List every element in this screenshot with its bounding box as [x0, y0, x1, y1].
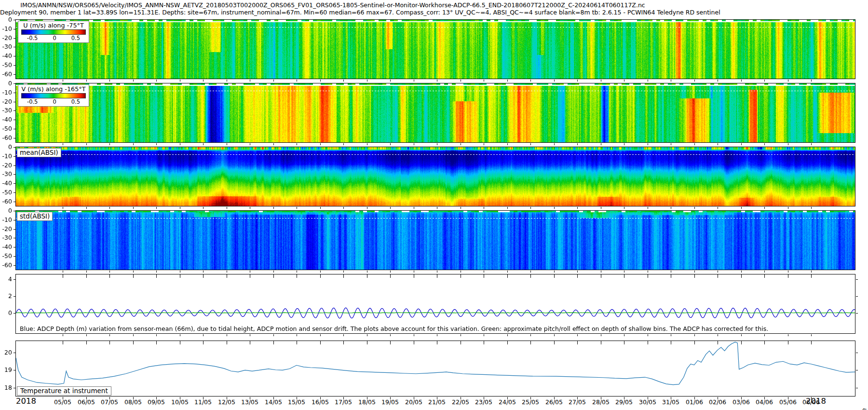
- y-tick-label: 4: [0, 276, 12, 283]
- tick-mark: [390, 397, 391, 399]
- colorbar-tick-label: 0.5: [71, 35, 80, 41]
- tick-mark: [671, 207, 671, 209]
- u-velocity-colorbar-labels: -0.5 0 0.5: [20, 35, 87, 41]
- y-tick-label: 0: [0, 207, 12, 214]
- y-tick-label: -40: [0, 180, 12, 187]
- tick-mark: [648, 397, 648, 399]
- tick-mark: [577, 80, 578, 82]
- tick-mark: [437, 271, 437, 273]
- tick-mark: [273, 207, 274, 209]
- tick-mark: [694, 271, 695, 273]
- tick-mark: [461, 334, 461, 336]
- tick-mark: [694, 334, 695, 336]
- copyright-vertical-text: © IMOS 21-Dec-2024 06:46:17 Hobart time: [860, 408, 868, 410]
- y-tick-label: -20: [0, 98, 12, 105]
- tick-mark: [133, 271, 134, 273]
- tick-mark: [461, 80, 461, 82]
- u-velocity-legend: U (m/s) along -75°T -0.5 0 0.5: [18, 21, 89, 43]
- tick-mark: [14, 313, 15, 314]
- tick-mark: [133, 397, 134, 399]
- y-tick-label: -10: [0, 26, 12, 32]
- tick-mark: [530, 271, 531, 273]
- v-velocity-legend-title: V (m/s) along -165°T: [20, 85, 87, 93]
- tick-mark: [14, 147, 15, 148]
- tick-mark: [109, 397, 110, 399]
- tick-mark: [788, 397, 788, 399]
- tick-mark: [320, 271, 321, 273]
- tick-mark: [156, 207, 157, 209]
- tick-mark: [14, 93, 15, 93]
- tick-mark: [250, 271, 250, 273]
- tick-mark: [180, 397, 180, 399]
- tick-mark: [156, 271, 157, 273]
- y-tick-label: -10: [0, 217, 12, 223]
- tick-mark: [414, 80, 414, 82]
- tick-mark: [273, 80, 274, 82]
- colorbar-tick-label: 0: [53, 99, 56, 105]
- tick-mark: [180, 80, 180, 82]
- tick-mark: [156, 143, 157, 145]
- mean-absi-heatmap: [16, 147, 855, 206]
- tick-mark: [507, 143, 508, 145]
- tick-mark: [390, 207, 391, 209]
- tick-mark: [484, 397, 484, 399]
- tick-mark: [14, 129, 15, 129]
- tick-mark: [856, 313, 858, 314]
- tick-mark: [14, 29, 15, 29]
- y-tick-label: -10: [0, 153, 12, 160]
- tick-mark: [530, 143, 531, 145]
- tick-mark: [856, 353, 858, 353]
- tick-mark: [764, 80, 765, 82]
- tick-mark: [671, 143, 671, 145]
- tick-mark: [227, 397, 227, 399]
- tick-mark: [390, 271, 391, 273]
- tick-mark: [461, 271, 461, 273]
- y-tick-label: 0: [0, 80, 12, 87]
- tick-mark: [856, 279, 858, 280]
- tick-mark: [741, 80, 742, 82]
- tick-mark: [811, 80, 812, 82]
- panel-v-velocity: V (m/s) along -165°T -0.5 0 0.5: [15, 83, 855, 143]
- tick-mark: [227, 143, 227, 145]
- x-axis-date-label: 06/06: [797, 399, 826, 406]
- tick-mark: [86, 271, 87, 273]
- tick-mark: [14, 38, 15, 39]
- tick-mark: [601, 80, 601, 82]
- tick-mark: [554, 397, 555, 399]
- tick-mark: [718, 271, 718, 273]
- tick-mark: [764, 207, 765, 209]
- tick-mark: [507, 80, 508, 82]
- tick-mark: [273, 271, 274, 273]
- panel-depth-variation: Blue: ADCP Depth (m) variation from sens…: [15, 274, 855, 334]
- y-tick-label: 0: [0, 16, 12, 23]
- tick-mark: [250, 143, 250, 145]
- tick-mark: [14, 165, 15, 166]
- panel-std-absi: std(ABSI): [15, 210, 855, 270]
- tick-mark: [63, 143, 63, 145]
- tick-mark: [343, 397, 344, 399]
- tick-mark: [694, 80, 695, 82]
- tick-mark: [14, 265, 15, 266]
- tick-mark: [648, 334, 648, 336]
- tick-mark: [461, 143, 461, 145]
- tick-mark: [14, 279, 15, 280]
- tick-mark: [694, 143, 695, 145]
- temperature-plot: [16, 341, 855, 396]
- tick-mark: [14, 238, 15, 238]
- tick-mark: [180, 143, 180, 145]
- tick-mark: [601, 143, 601, 145]
- tick-mark: [14, 192, 15, 193]
- tick-mark: [14, 110, 15, 111]
- y-tick-label: -60: [0, 135, 12, 141]
- tick-mark: [156, 334, 157, 336]
- tick-mark: [14, 120, 15, 120]
- tick-mark: [718, 397, 718, 399]
- tick-mark: [133, 334, 134, 336]
- tick-mark: [297, 80, 297, 82]
- tick-mark: [484, 334, 484, 336]
- tick-mark: [577, 397, 578, 399]
- tick-mark: [741, 143, 742, 145]
- v-velocity-colorbar: [21, 93, 86, 98]
- tick-mark: [156, 80, 157, 82]
- tick-mark: [694, 207, 695, 209]
